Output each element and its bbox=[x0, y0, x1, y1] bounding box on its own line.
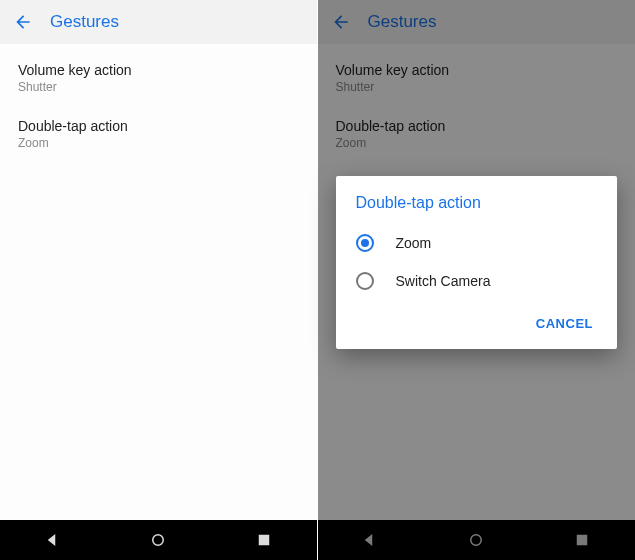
nav-back-icon[interactable] bbox=[44, 531, 62, 549]
dialog-title: Double-tap action bbox=[336, 194, 618, 224]
svg-point-0 bbox=[153, 535, 164, 546]
settings-list: Volume key action Shutter Double-tap act… bbox=[0, 44, 317, 520]
radio-option-zoom[interactable]: Zoom bbox=[336, 224, 618, 262]
nav-recents-icon[interactable] bbox=[255, 531, 273, 549]
dialog-double-tap-action: Double-tap action Zoom Switch Camera CAN… bbox=[336, 176, 618, 349]
phone-screen-left: Gestures Volume key action Shutter Doubl… bbox=[0, 0, 318, 560]
back-arrow-icon[interactable] bbox=[12, 11, 34, 33]
item-subtitle: Shutter bbox=[18, 80, 299, 94]
radio-icon bbox=[356, 272, 374, 290]
item-title: Double-tap action bbox=[18, 118, 299, 134]
item-title: Volume key action bbox=[18, 62, 299, 78]
phone-screen-right: Gestures Volume key action Shutter Doubl… bbox=[318, 0, 636, 560]
app-bar: Gestures bbox=[0, 0, 317, 44]
list-item-volume-key[interactable]: Volume key action Shutter bbox=[0, 50, 317, 106]
page-title: Gestures bbox=[50, 12, 119, 32]
radio-label: Zoom bbox=[396, 235, 432, 251]
nav-home-icon[interactable] bbox=[149, 531, 167, 549]
radio-option-switch-camera[interactable]: Switch Camera bbox=[336, 262, 618, 300]
item-subtitle: Zoom bbox=[18, 136, 299, 150]
radio-label: Switch Camera bbox=[396, 273, 491, 289]
list-item-double-tap[interactable]: Double-tap action Zoom bbox=[0, 106, 317, 162]
cancel-button[interactable]: CANCEL bbox=[528, 310, 601, 337]
dialog-actions: CANCEL bbox=[336, 300, 618, 343]
svg-rect-1 bbox=[259, 535, 270, 546]
android-nav-bar bbox=[0, 520, 317, 560]
radio-icon bbox=[356, 234, 374, 252]
